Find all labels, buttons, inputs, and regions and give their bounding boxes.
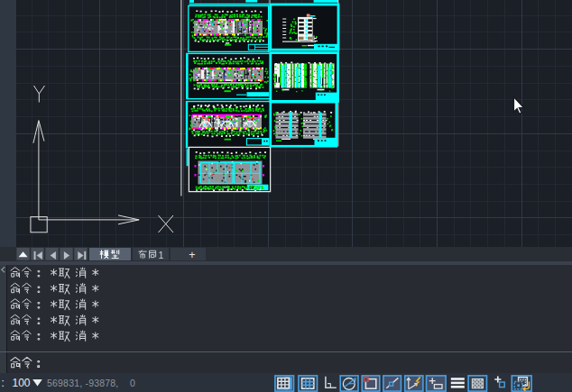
svg-text:+: + bbox=[189, 249, 195, 261]
svg-text:1: 1 bbox=[158, 250, 163, 260]
